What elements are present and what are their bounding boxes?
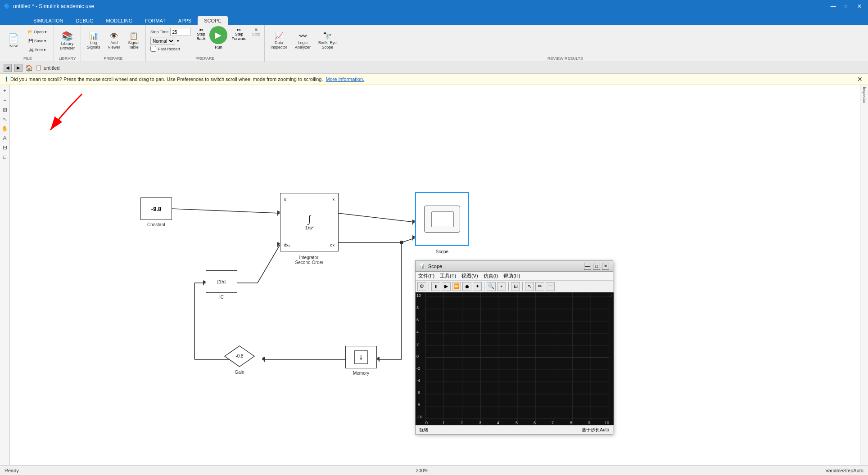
- data-inspector-button[interactable]: 📈 Data Inspector: [267, 31, 290, 51]
- scope-zoom-in[interactable]: 🔍: [487, 282, 496, 291]
- tab-simulation[interactable]: SIMULATION: [27, 16, 69, 25]
- scope-tool-3[interactable]: ▶: [442, 282, 451, 291]
- text-tool[interactable]: A: [1, 134, 9, 142]
- tab-format[interactable]: FORMAT: [139, 16, 172, 25]
- scope-menu-file[interactable]: 文件(F): [418, 273, 434, 279]
- ribbon-library-section: 📚 Library Browser LIBRARY: [54, 25, 81, 62]
- ic-block[interactable]: [15]: [206, 270, 237, 293]
- print-button[interactable]: 🖨️ Print ▾: [24, 46, 51, 54]
- pan-tool[interactable]: ✋: [1, 125, 9, 133]
- select-tool[interactable]: ↖: [1, 115, 9, 123]
- fast-restart-checkbox[interactable]: [150, 46, 156, 52]
- mode-dropdown[interactable]: ▾: [177, 39, 179, 43]
- scope-edit[interactable]: ✏: [535, 282, 544, 291]
- tab-modeling[interactable]: MODELING: [100, 16, 139, 25]
- scope-close-button[interactable]: ✕: [602, 263, 609, 270]
- step-forward-icon: ⏭: [237, 27, 241, 32]
- scope-toolbar-divider4: [522, 282, 523, 291]
- run-button[interactable]: ▶: [209, 26, 227, 44]
- step-back-group: ⏮ Step Back: [195, 26, 207, 42]
- scope-tool-2[interactable]: ⏸: [431, 282, 440, 291]
- gain-block[interactable]: -0.8: [224, 345, 255, 367]
- scope-menubar[interactable]: 文件(F) 工具(T) 视图(V) 仿真(I) 帮助(H): [416, 272, 613, 281]
- logic-analyzer-button[interactable]: 〰️ Logic Analyzer: [292, 31, 314, 51]
- gain-diamond-svg: -0.8: [224, 345, 255, 367]
- scope-resize-handle[interactable]: ⤢: [609, 293, 613, 298]
- step-back-button[interactable]: ⏮ Step Back: [195, 26, 207, 42]
- tab-scope[interactable]: SCOPE: [198, 16, 228, 25]
- inspector-tab[interactable]: Inspector: [860, 85, 868, 105]
- gain-label: Gain: [224, 370, 255, 375]
- scope-zoom-label[interactable]: +: [497, 282, 506, 291]
- status-ready: Ready: [5, 468, 19, 473]
- library-buttons[interactable]: 📚 Library Browser: [57, 26, 78, 55]
- prepare-section-title: PREPARE: [84, 55, 143, 61]
- scope-menu-view[interactable]: 视图(V): [461, 273, 478, 279]
- open-button[interactable]: 📂 Open ▾: [24, 28, 51, 36]
- info-banner: ℹ Did you mean to scroll? Press the mous…: [0, 74, 868, 85]
- scope-maximize-button[interactable]: □: [593, 263, 600, 270]
- titlebar-controls[interactable]: — □ ✕: [828, 2, 864, 10]
- simulate-buttons[interactable]: Stop Time Normal ▾ Fast Restart ⏮ St: [149, 26, 262, 55]
- canvas-area[interactable]: Library Browser: [10, 85, 860, 472]
- square-tool[interactable]: □: [1, 153, 9, 161]
- svg-text:-0.8: -0.8: [235, 354, 244, 358]
- info-link[interactable]: More information.: [326, 76, 365, 82]
- integrator-label: Integrator,Second-Order: [280, 255, 339, 265]
- integrator-block[interactable]: u x ∫ 1/s² dx₀ dx: [280, 193, 339, 251]
- scope-minimize-button[interactable]: —: [584, 263, 591, 270]
- scope-menu-help[interactable]: 帮助(H): [503, 273, 520, 279]
- scope-menu-tools[interactable]: 工具(T): [440, 273, 456, 279]
- forward-button[interactable]: ▶: [14, 64, 23, 72]
- tab-debug[interactable]: DEBUG: [69, 16, 99, 25]
- zoom-in-tool[interactable]: +: [1, 87, 9, 95]
- svg-marker-12: [262, 357, 265, 362]
- fit-tool[interactable]: ⊞: [1, 106, 9, 114]
- back-button[interactable]: ◀: [4, 64, 12, 72]
- scope-footer: 就绪 基于步长Auto: [416, 425, 613, 434]
- scope-tool-6[interactable]: ✦: [473, 282, 482, 291]
- library-browser-button[interactable]: 📚 Library Browser: [57, 30, 78, 52]
- file-buttons[interactable]: 📄 New 📂 Open ▾ 💾 Save ▾ 🖨️ Print ▾: [5, 26, 51, 55]
- scope-tool-4[interactable]: ⏩: [452, 282, 461, 291]
- zoom-out-tool[interactable]: −: [1, 96, 9, 104]
- log-signals-button[interactable]: 📊 Log Signals: [84, 31, 104, 51]
- save-button[interactable]: 💾 Save ▾: [24, 37, 51, 45]
- signal-table-button[interactable]: 📋 Signal Table: [125, 31, 143, 51]
- review-buttons[interactable]: 📈 Data Inspector 〰️ Logic Analyzer 🔭 Bir…: [267, 26, 863, 55]
- constant-block[interactable]: -9.8: [140, 197, 172, 220]
- info-close-icon[interactable]: ✕: [857, 76, 863, 83]
- grid-tool[interactable]: ⊟: [1, 143, 9, 152]
- memory-block[interactable]: ⤓: [345, 346, 377, 368]
- right-sidebar: Inspector: [860, 85, 868, 472]
- scope-window[interactable]: 📊 Scope — □ ✕ 文件(F) 工具(T) 视图(V) 仿真(I) 帮助…: [415, 260, 613, 435]
- scope-extra[interactable]: ⋯: [546, 282, 555, 291]
- scope-tool-5[interactable]: ⏺: [462, 282, 471, 291]
- stop-time-input[interactable]: [170, 28, 190, 36]
- print-icon: 🖨️: [29, 48, 34, 52]
- x-label-7: 7: [552, 421, 554, 425]
- ic-value: [15]: [217, 279, 226, 284]
- ribbon-tabs[interactable]: SIMULATION DEBUG MODELING FORMAT APPS SC…: [0, 13, 868, 25]
- log-signals-icon: 📊: [89, 32, 98, 40]
- minimize-button[interactable]: —: [828, 2, 839, 10]
- prepare-buttons[interactable]: 📊 Log Signals 👁️ Add Viewer 📋 Signal Tab…: [84, 26, 143, 55]
- scope-cursor[interactable]: ↖: [525, 282, 534, 291]
- scope-window-controls[interactable]: — □ ✕: [584, 263, 609, 270]
- scope-fit[interactable]: ⊡: [511, 282, 520, 291]
- add-viewer-button[interactable]: 👁️ Add Viewer: [105, 31, 123, 51]
- step-forward-button[interactable]: ⏭ Step Forward: [230, 26, 248, 42]
- mode-select[interactable]: Normal: [150, 37, 175, 45]
- run-label: Run: [215, 45, 222, 49]
- scope-block[interactable]: [415, 192, 469, 246]
- close-button[interactable]: ✕: [854, 2, 864, 10]
- birds-eye-scope-button[interactable]: 🔭 Bird's-Eye Scope: [315, 31, 340, 51]
- scope-tool-1[interactable]: ⚙: [417, 282, 426, 291]
- new-button[interactable]: 📄 New: [5, 32, 23, 50]
- tab-apps[interactable]: APPS: [172, 16, 198, 25]
- scope-menu-sim[interactable]: 仿真(I): [484, 273, 498, 279]
- maximize-button[interactable]: □: [842, 2, 851, 10]
- stop-button[interactable]: ⏹ Stop: [250, 26, 262, 38]
- scope-toolbar[interactable]: ⚙ ⏸ ▶ ⏩ ⏺ ✦ 🔍 + ⊡ ↖ ✏ ⋯: [416, 281, 613, 292]
- ribbon-prepare-section: 📊 Log Signals 👁️ Add Viewer 📋 Signal Tab…: [81, 25, 146, 62]
